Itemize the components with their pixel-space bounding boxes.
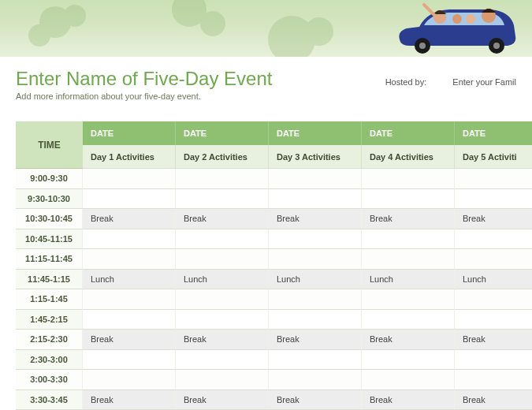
activity-cell[interactable] — [83, 370, 176, 390]
time-header: TIME — [16, 121, 83, 169]
activity-cell[interactable] — [83, 169, 176, 189]
activity-cell[interactable]: Break — [455, 390, 532, 411]
activity-cell[interactable] — [362, 370, 455, 390]
activity-cell[interactable]: Break — [83, 330, 176, 350]
svg-point-2 — [28, 24, 50, 47]
activity-cell[interactable] — [362, 310, 455, 330]
time-cell: 1:45-2:15 — [16, 310, 83, 330]
activity-cell[interactable] — [83, 289, 176, 310]
activity-cell[interactable] — [176, 370, 269, 390]
activity-cell[interactable]: Break — [455, 330, 532, 350]
activity-cell[interactable] — [269, 350, 362, 371]
activity-cell[interactable]: Break — [83, 209, 176, 229]
activity-cell[interactable]: Break — [176, 330, 269, 350]
date-header: DATE — [455, 121, 532, 145]
activity-cell[interactable]: Break — [83, 390, 176, 411]
activity-cell[interactable]: Lunch — [269, 270, 362, 290]
activity-cell[interactable] — [176, 169, 269, 189]
activity-cell[interactable]: Lunch — [83, 270, 176, 290]
activity-cell[interactable]: Break — [176, 209, 269, 229]
activity-cell[interactable] — [83, 249, 176, 270]
svg-point-6 — [305, 17, 333, 46]
svg-point-4 — [200, 11, 225, 36]
activity-cell[interactable] — [269, 310, 362, 330]
table-row: 3:30-3:45BreakBreakBreakBreakBreak — [16, 390, 532, 411]
day-label[interactable]: Day 2 Activities — [176, 145, 269, 169]
time-cell: 2:15-2:30 — [16, 330, 83, 350]
time-cell: 1:15-1:45 — [16, 289, 83, 310]
activity-cell[interactable] — [362, 169, 455, 189]
activity-cell[interactable]: Break — [455, 209, 532, 229]
date-header: DATE — [362, 121, 455, 145]
day-label[interactable]: Day 5 Activiti — [455, 145, 532, 169]
svg-point-1 — [64, 5, 86, 27]
activity-cell[interactable] — [455, 370, 532, 390]
activity-cell[interactable] — [269, 169, 362, 189]
table-row: 10:30-10:45BreakBreakBreakBreakBreak — [16, 209, 532, 229]
activity-cell[interactable] — [83, 310, 176, 330]
activity-cell[interactable] — [455, 189, 532, 210]
activity-cell[interactable] — [362, 289, 455, 310]
day-label[interactable]: Day 3 Activities — [269, 145, 362, 169]
activity-cell[interactable] — [83, 350, 176, 371]
svg-point-9 — [466, 14, 475, 24]
date-header: DATE — [83, 121, 176, 145]
activity-cell[interactable] — [269, 189, 362, 210]
time-cell: 10:30-10:45 — [16, 209, 83, 229]
time-cell: 9:00-9:30 — [16, 169, 83, 189]
activity-cell[interactable] — [269, 229, 362, 250]
activity-cell[interactable]: Break — [176, 390, 269, 411]
activity-cell[interactable] — [176, 189, 269, 210]
time-cell: 3:30-3:45 — [16, 390, 83, 411]
activity-cell[interactable] — [176, 310, 269, 330]
activity-cell[interactable] — [176, 249, 269, 270]
activity-cell[interactable]: Break — [362, 330, 455, 350]
time-cell: 11:45-1:15 — [16, 270, 83, 290]
table-row: 11:15-11:45 — [16, 249, 532, 270]
table-row: 9:30-10:30 — [16, 189, 532, 210]
hosted-by-value[interactable]: Enter your Famil — [452, 77, 516, 87]
activity-cell[interactable]: Break — [269, 209, 362, 229]
activity-cell[interactable]: Break — [362, 209, 455, 229]
time-cell: 11:15-11:45 — [16, 249, 83, 270]
activity-cell[interactable] — [269, 289, 362, 310]
svg-point-14 — [493, 43, 500, 49]
table-row: 9:00-9:30 — [16, 169, 532, 189]
activity-cell[interactable] — [176, 289, 269, 310]
activity-cell[interactable] — [269, 370, 362, 390]
activity-cell[interactable] — [362, 189, 455, 210]
banner — [0, 0, 532, 57]
table-row: 1:15-1:45 — [16, 289, 532, 310]
activity-cell[interactable] — [362, 249, 455, 270]
table-row: 1:45-2:15 — [16, 310, 532, 330]
activity-cell[interactable] — [362, 229, 455, 250]
hosted-by-label: Hosted by: — [385, 77, 427, 87]
schedule-table: DATE DATE DATE DATE DATE Day 1 Activitie… — [16, 121, 532, 410]
activity-cell[interactable]: Break — [269, 390, 362, 411]
family-car-illustration — [396, 2, 518, 55]
activity-cell[interactable] — [176, 350, 269, 371]
day-label[interactable]: Day 1 Activities — [83, 145, 176, 169]
activity-cell[interactable] — [83, 229, 176, 250]
day-label[interactable]: Day 4 Activities — [362, 145, 455, 169]
date-header: DATE — [176, 121, 269, 145]
activity-cell[interactable] — [455, 350, 532, 371]
activity-cell[interactable]: Lunch — [362, 270, 455, 290]
activity-cell[interactable]: Break — [362, 390, 455, 411]
activity-cell[interactable] — [362, 350, 455, 371]
activity-cell[interactable] — [269, 249, 362, 270]
activity-cell[interactable]: Break — [269, 330, 362, 350]
table-row: 11:45-1:15LunchLunchLunchLunchLunch — [16, 270, 532, 290]
activity-cell[interactable] — [455, 249, 532, 270]
activity-cell[interactable]: Lunch — [176, 270, 269, 290]
activity-cell[interactable] — [455, 310, 532, 330]
svg-point-8 — [452, 14, 462, 24]
page-subtitle[interactable]: Add more information about your five-day… — [16, 91, 532, 101]
time-cell: 9:30-10:30 — [16, 189, 83, 210]
activity-cell[interactable] — [83, 189, 176, 210]
activity-cell[interactable] — [176, 229, 269, 250]
activity-cell[interactable] — [455, 289, 532, 310]
activity-cell[interactable] — [455, 229, 532, 250]
activity-cell[interactable]: Lunch — [455, 270, 532, 290]
activity-cell[interactable] — [455, 169, 532, 189]
